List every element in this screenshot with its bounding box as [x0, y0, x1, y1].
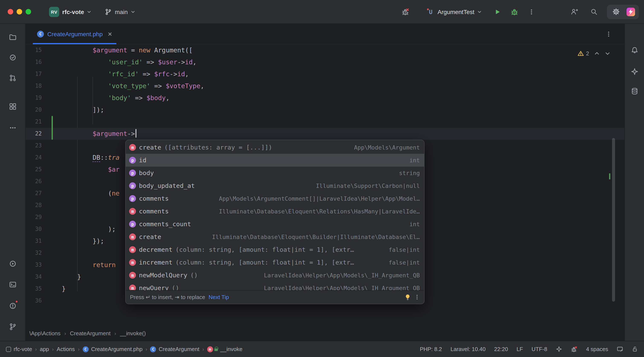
problems-icon[interactable]	[5, 298, 20, 314]
line-text[interactable]: $ar	[62, 164, 120, 176]
line-text[interactable]: 'vote_type' => $voteType,	[62, 80, 204, 92]
completion-item[interactable]: pbody_updated_atIlluminate\Support\Carbo…	[126, 179, 424, 192]
line-text[interactable]: 'user_id' => $user->id,	[62, 56, 196, 68]
project-widget[interactable]: RV rfc-vote	[46, 4, 95, 19]
code-line[interactable]: 22 $argument->	[26, 128, 624, 140]
close-window-button[interactable]	[8, 9, 13, 14]
breadcrumb-item[interactable]: \App\Actions	[30, 330, 60, 337]
line-text[interactable]: );	[62, 223, 116, 235]
caret-position-widget[interactable]: 22:20	[494, 346, 508, 352]
line-text[interactable]: (ne	[62, 187, 120, 199]
run-tool-window-icon[interactable]	[5, 256, 20, 271]
editor-options-icon[interactable]	[602, 28, 615, 40]
status-path-item[interactable]: app	[40, 346, 49, 352]
pull-requests-icon[interactable]	[5, 70, 20, 86]
zoom-window-button[interactable]	[26, 9, 31, 14]
completion-item[interactable]: mcommentsIlluminate\Database\Eloquent\Re…	[126, 205, 424, 218]
line-number[interactable]: 34	[26, 271, 42, 283]
line-text[interactable]: 'rfc_id' => $rfc->id,	[62, 68, 189, 80]
line-text[interactable]: }	[62, 283, 66, 295]
line-number[interactable]: 17	[26, 68, 42, 80]
line-number[interactable]: 18	[26, 80, 42, 92]
line-number[interactable]: 28	[26, 199, 42, 211]
line-text[interactable]: ]);	[62, 104, 104, 116]
line-number[interactable]: 21	[26, 116, 42, 128]
line-text[interactable]: }	[62, 271, 81, 283]
close-tab-icon[interactable]	[108, 32, 112, 36]
status-path-item[interactable]: __invoke	[207, 346, 242, 352]
database-icon[interactable]	[627, 83, 642, 99]
php-version-widget[interactable]: PHP: 8.2	[420, 346, 442, 352]
line-number[interactable]: 35	[26, 283, 42, 295]
indent-settings-icon[interactable]	[617, 346, 623, 352]
profiler-disabled-button[interactable]	[399, 5, 412, 18]
line-number[interactable]: 16	[26, 56, 42, 68]
completion-item[interactable]: pidint	[126, 154, 424, 167]
completion-item[interactable]: pcomments_countint	[126, 218, 424, 231]
tab-createargument-php[interactable]: CreateArgument.php	[33, 24, 116, 44]
code-line[interactable]: 18 'vote_type' => $voteType,	[26, 80, 624, 92]
encoding-widget[interactable]: UTF-8	[532, 346, 547, 352]
line-text[interactable]: $argument->	[62, 128, 136, 140]
completion-item[interactable]: pbodystring	[126, 167, 424, 179]
completion-item[interactable]: mnewModelQuery()LaravelIdea\Helper\App\M…	[126, 269, 424, 282]
branch-widget[interactable]: main	[102, 6, 138, 17]
status-path-item[interactable]: rfc-vote	[6, 346, 32, 352]
line-number[interactable]: 19	[26, 92, 42, 104]
notifications-bell-icon[interactable]	[627, 43, 642, 58]
status-path-item[interactable]: CreateArgument.php	[82, 346, 142, 352]
completion-item[interactable]: mcreateIlluminate\Database\Eloquent\Buil…	[126, 231, 424, 243]
line-number[interactable]: 25	[26, 164, 42, 176]
completion-item[interactable]: mdecrement(column: string, [amount: floa…	[126, 243, 424, 256]
code-line[interactable]: 16 'user_id' => $user->id,	[26, 56, 624, 68]
completion-options-icon[interactable]	[414, 294, 420, 300]
laravel-version-widget[interactable]: Laravel: 10.40	[450, 346, 486, 352]
run-configuration-widget[interactable]: ArgumentTest	[424, 6, 485, 18]
completion-item[interactable]: mincrement(column: string, [amount: floa…	[126, 256, 424, 269]
line-text[interactable]: $argument = new Argument([	[62, 44, 193, 56]
debug-button[interactable]	[508, 5, 521, 18]
line-text[interactable]: });	[62, 235, 104, 247]
line-separator-widget[interactable]: LF	[516, 346, 523, 352]
git-tool-window-icon[interactable]	[5, 319, 20, 335]
line-number[interactable]: 30	[26, 223, 42, 235]
warnings-widget[interactable]: 2	[578, 50, 589, 57]
indent-widget[interactable]: 4 spaces	[586, 346, 608, 352]
terminal-icon[interactable]	[5, 277, 20, 292]
line-number[interactable]: 23	[26, 140, 42, 152]
bug-disabled-status-icon[interactable]	[571, 346, 578, 353]
status-path-item[interactable]: CreateArgument	[150, 346, 200, 352]
line-number[interactable]: 31	[26, 235, 42, 247]
breadcrumb-item[interactable]: CreateArgument	[70, 330, 110, 337]
line-number[interactable]: 24	[26, 152, 42, 164]
line-number[interactable]: 15	[26, 44, 42, 56]
ai-assistant-icon[interactable]	[627, 64, 642, 79]
line-number[interactable]: 26	[26, 176, 42, 187]
line-number[interactable]: 20	[26, 104, 42, 116]
line-number[interactable]: 27	[26, 187, 42, 199]
next-tip-link[interactable]: Next Tip	[209, 294, 229, 300]
commit-icon[interactable]	[5, 50, 20, 65]
more-tool-windows-icon[interactable]	[5, 120, 20, 135]
code-line[interactable]: 19 'body' => $body,	[26, 92, 624, 104]
line-number[interactable]: 22	[26, 128, 42, 140]
settings-gear-icon[interactable]	[611, 6, 621, 17]
line-number[interactable]: 36	[26, 295, 42, 307]
line-number[interactable]: 32	[26, 247, 42, 259]
minimize-window-button[interactable]	[16, 9, 22, 14]
lightbulb-icon[interactable]	[404, 294, 411, 300]
next-problem-icon[interactable]	[605, 51, 610, 56]
phpstorm-logo-icon[interactable]	[626, 7, 635, 16]
line-text[interactable]: DB::tra	[62, 152, 120, 164]
status-path-item[interactable]: Actions	[57, 346, 75, 352]
line-text[interactable]: return	[62, 259, 120, 271]
breadcrumb-item[interactable]: __invoke()	[120, 330, 146, 337]
code-line[interactable]: 20 ]);	[26, 104, 624, 116]
code-with-me-button[interactable]	[568, 5, 580, 18]
ai-assistant-status-icon[interactable]	[556, 346, 562, 352]
line-number[interactable]: 29	[26, 211, 42, 223]
code-line[interactable]: 21	[26, 116, 624, 128]
run-button[interactable]	[491, 5, 504, 18]
line-number[interactable]: 33	[26, 259, 42, 271]
project-folder-icon[interactable]	[5, 29, 20, 45]
